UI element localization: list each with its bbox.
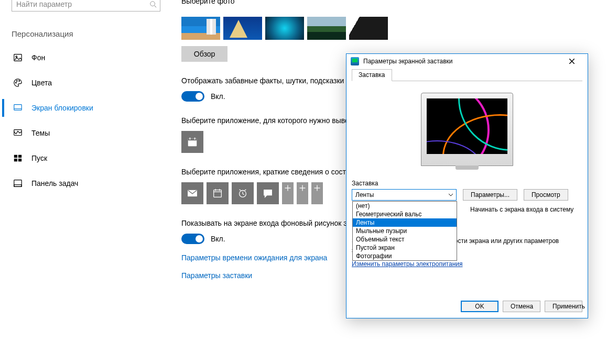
svg-rect-18	[190, 138, 191, 140]
svg-rect-2	[14, 54, 21, 61]
sidebar-item-label: Темы	[31, 129, 50, 137]
screensaver-dialog: Параметры экранной заставки Заставка Зас…	[346, 53, 588, 318]
svg-rect-12	[14, 159, 17, 161]
sidebar-item-background[interactable]: Фон	[0, 45, 168, 70]
screensaver-settings-button[interactable]: Параметры...	[463, 189, 517, 201]
svg-rect-15	[14, 185, 21, 187]
close-button[interactable]	[560, 54, 583, 68]
section-header: Персонализация	[12, 29, 73, 38]
svg-point-3	[16, 56, 17, 58]
plus-icon	[311, 182, 323, 194]
quick-app-tile-chat[interactable]	[257, 182, 279, 204]
choose-photo-label: Выберите фото	[181, 0, 580, 5]
sidebar: Фон Цвета Экран блокировки Темы Пуск Пан…	[0, 45, 168, 196]
quick-app-tile-calendar[interactable]	[207, 182, 229, 204]
screensaver-group-label: Заставка	[352, 180, 582, 187]
clock-icon	[237, 187, 248, 199]
svg-rect-13	[18, 159, 21, 161]
photo-thumb[interactable]	[349, 17, 388, 40]
start-icon	[13, 153, 23, 163]
plus-icon	[297, 182, 308, 194]
picture-icon	[13, 52, 23, 63]
screensaver-option[interactable]: Пустой экран	[353, 244, 457, 252]
ok-button[interactable]: OK	[461, 301, 498, 312]
search-placeholder: Найти параметр	[16, 0, 72, 8]
quick-app-tile-add[interactable]	[297, 182, 308, 204]
svg-point-0	[150, 2, 155, 6]
chat-icon	[262, 187, 274, 199]
close-icon	[569, 59, 575, 64]
calendar-icon	[187, 136, 198, 148]
search-icon	[149, 1, 157, 8]
plus-icon	[282, 182, 294, 194]
screensaver-preview-monitor	[421, 93, 513, 166]
sidebar-item-colors[interactable]: Цвета	[0, 70, 168, 95]
screensaver-option[interactable]: Ленты	[353, 218, 457, 227]
svg-rect-11	[18, 155, 21, 158]
screensaver-preview-button[interactable]: Просмотр	[524, 189, 568, 201]
themes-icon	[13, 128, 23, 138]
fun-facts-toggle[interactable]	[181, 91, 204, 102]
tab-screensaver[interactable]: Заставка	[352, 69, 392, 81]
photo-thumb[interactable]	[265, 17, 304, 40]
screensaver-option[interactable]: Объемный текст	[353, 235, 457, 244]
photo-thumb[interactable]	[307, 17, 346, 40]
photo-thumbnails	[181, 17, 580, 40]
photo-thumb[interactable]	[223, 17, 262, 40]
svg-rect-17	[188, 139, 197, 141]
sidebar-item-label: Цвета	[31, 79, 52, 87]
svg-rect-7	[14, 105, 21, 111]
quick-app-tile-add[interactable]	[282, 182, 294, 204]
svg-rect-10	[14, 155, 17, 158]
show-bg-signin-toggle[interactable]	[181, 234, 204, 244]
sidebar-item-lockscreen[interactable]: Экран блокировки	[0, 95, 168, 120]
search-input[interactable]: Найти параметр	[12, 0, 160, 12]
screensaver-dropdown[interactable]: Ленты (нет) Геометрический вальс Ленты М…	[352, 189, 457, 201]
dialog-title: Параметры экранной заставки	[363, 58, 556, 65]
dialog-app-icon	[351, 57, 359, 65]
svg-point-4	[16, 82, 17, 83]
quick-app-tile-add[interactable]	[311, 182, 323, 204]
svg-point-6	[19, 81, 20, 82]
screensaver-option[interactable]: Фотографии	[353, 252, 457, 260]
apply-button[interactable]: Применить	[545, 301, 582, 312]
svg-rect-21	[214, 190, 222, 197]
toggle-state-label: Вкл.	[211, 92, 225, 101]
lockscreen-icon	[13, 103, 23, 113]
quick-app-tile-mail[interactable]	[181, 182, 203, 204]
screensaver-selected-value: Ленты	[355, 191, 374, 198]
svg-rect-14	[14, 180, 21, 187]
screensaver-option[interactable]: Мыльные пузыри	[353, 227, 457, 235]
sidebar-item-start[interactable]: Пуск	[0, 146, 168, 171]
screensaver-option[interactable]: Геометрический вальс	[353, 210, 457, 218]
sidebar-item-label: Панель задач	[31, 179, 78, 187]
mail-icon	[187, 187, 198, 199]
toggle-state-label: Вкл.	[211, 235, 225, 243]
svg-rect-19	[194, 138, 196, 140]
photo-thumb[interactable]	[181, 17, 220, 40]
sidebar-item-label: Экран блокировки	[31, 104, 93, 112]
calendar-icon	[212, 187, 223, 199]
taskbar-icon	[13, 178, 23, 189]
screensaver-dropdown-list: (нет) Геометрический вальс Ленты Мыльные…	[352, 201, 457, 261]
on-resume-checkbox-label: Начинать с экрана входа в систему	[470, 206, 573, 213]
cancel-button[interactable]: Отмена	[503, 301, 540, 312]
chevron-down-icon	[448, 192, 454, 198]
svg-point-5	[16, 81, 17, 82]
sidebar-item-label: Фон	[31, 53, 45, 62]
svg-line-1	[155, 6, 157, 8]
sidebar-item-label: Пуск	[31, 154, 47, 162]
palette-icon	[13, 78, 23, 88]
detailed-app-tile[interactable]	[181, 131, 203, 153]
browse-button[interactable]: Обзор	[181, 46, 227, 62]
quick-app-tile-alarm[interactable]	[232, 182, 254, 204]
sidebar-item-taskbar[interactable]: Панель задач	[0, 171, 168, 196]
screensaver-option[interactable]: (нет)	[353, 202, 457, 210]
sidebar-item-themes[interactable]: Темы	[0, 120, 168, 146]
